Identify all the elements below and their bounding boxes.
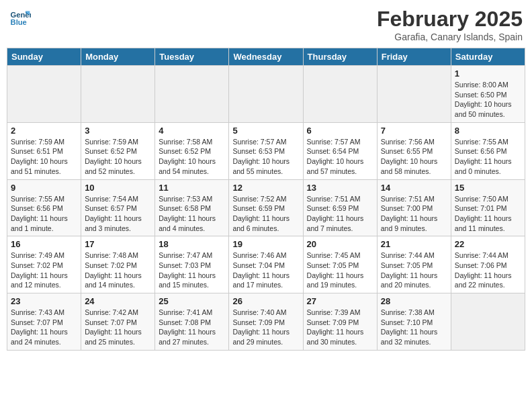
svg-text:Blue: Blue (11, 18, 27, 26)
week-row-4: 16Sunrise: 7:49 AM Sunset: 7:02 PM Dayli… (7, 236, 525, 293)
day-number: 8 (455, 126, 521, 136)
calendar-cell: 10Sunrise: 7:54 AM Sunset: 6:57 PM Dayli… (81, 179, 155, 236)
day-number: 19 (232, 239, 299, 249)
day-info: Sunrise: 7:57 AM Sunset: 6:54 PM Dayligh… (307, 137, 373, 177)
day-info: Sunrise: 7:57 AM Sunset: 6:53 PM Dayligh… (232, 137, 299, 177)
location-subtitle: Garafia, Canary Islands, Spain (377, 32, 523, 42)
calendar-cell: 22Sunrise: 7:44 AM Sunset: 7:06 PM Dayli… (451, 236, 525, 293)
day-number: 20 (307, 239, 373, 249)
calendar-cell: 12Sunrise: 7:52 AM Sunset: 6:59 PM Dayli… (229, 179, 303, 236)
day-number: 2 (11, 126, 77, 136)
calendar-cell: 2Sunrise: 7:59 AM Sunset: 6:51 PM Daylig… (7, 122, 81, 179)
day-number: 3 (85, 126, 151, 136)
day-info: Sunrise: 7:54 AM Sunset: 6:57 PM Dayligh… (85, 194, 151, 234)
day-info: Sunrise: 7:48 AM Sunset: 7:02 PM Dayligh… (85, 250, 151, 290)
day-number: 4 (159, 126, 225, 136)
calendar-cell: 26Sunrise: 7:40 AM Sunset: 7:09 PM Dayli… (229, 293, 303, 351)
calendar-cell: 17Sunrise: 7:48 AM Sunset: 7:02 PM Dayli… (81, 236, 155, 293)
calendar-cell: 11Sunrise: 7:53 AM Sunset: 6:58 PM Dayli… (155, 179, 229, 236)
week-row-1: 1Sunrise: 8:00 AM Sunset: 6:50 PM Daylig… (7, 66, 525, 123)
title-block: February 2025 Garafia, Canary Islands, S… (377, 7, 523, 42)
day-number: 28 (381, 296, 447, 306)
day-info: Sunrise: 7:49 AM Sunset: 7:02 PM Dayligh… (11, 250, 77, 290)
day-info: Sunrise: 7:44 AM Sunset: 7:06 PM Dayligh… (455, 250, 521, 290)
calendar-cell: 21Sunrise: 7:44 AM Sunset: 7:05 PM Dayli… (377, 236, 451, 293)
day-info: Sunrise: 8:00 AM Sunset: 6:50 PM Dayligh… (455, 80, 521, 120)
day-info: Sunrise: 7:59 AM Sunset: 6:51 PM Dayligh… (11, 137, 77, 177)
weekday-header-thursday: Thursday (303, 48, 377, 66)
calendar-cell (81, 66, 155, 123)
weekday-header-tuesday: Tuesday (155, 48, 229, 66)
calendar-cell: 4Sunrise: 7:58 AM Sunset: 6:52 PM Daylig… (155, 122, 229, 179)
day-number: 15 (455, 183, 521, 193)
calendar-cell (155, 66, 229, 123)
day-info: Sunrise: 7:44 AM Sunset: 7:05 PM Dayligh… (381, 250, 447, 290)
weekday-header-monday: Monday (81, 48, 155, 66)
calendar-cell: 3Sunrise: 7:59 AM Sunset: 6:52 PM Daylig… (81, 122, 155, 179)
day-number: 26 (232, 296, 299, 306)
calendar-cell: 8Sunrise: 7:55 AM Sunset: 6:56 PM Daylig… (451, 122, 525, 179)
calendar-cell: 14Sunrise: 7:51 AM Sunset: 7:00 PM Dayli… (377, 179, 451, 236)
day-info: Sunrise: 7:50 AM Sunset: 7:01 PM Dayligh… (455, 194, 521, 234)
day-info: Sunrise: 7:43 AM Sunset: 7:07 PM Dayligh… (11, 308, 77, 347)
week-row-2: 2Sunrise: 7:59 AM Sunset: 6:51 PM Daylig… (7, 122, 525, 179)
calendar-cell: 15Sunrise: 7:50 AM Sunset: 7:01 PM Dayli… (451, 179, 525, 236)
week-row-3: 9Sunrise: 7:55 AM Sunset: 6:56 PM Daylig… (7, 179, 525, 236)
day-number: 14 (381, 183, 447, 193)
day-number: 25 (159, 296, 225, 306)
day-info: Sunrise: 7:42 AM Sunset: 7:07 PM Dayligh… (85, 308, 151, 347)
calendar-cell: 19Sunrise: 7:46 AM Sunset: 7:04 PM Dayli… (229, 236, 303, 293)
page-header: General Blue February 2025 Garafia, Cana… (7, 7, 525, 42)
calendar-cell: 5Sunrise: 7:57 AM Sunset: 6:53 PM Daylig… (229, 122, 303, 179)
day-number: 5 (232, 126, 299, 136)
day-number: 6 (307, 126, 373, 136)
weekday-header-wednesday: Wednesday (229, 48, 303, 66)
day-info: Sunrise: 7:39 AM Sunset: 7:09 PM Dayligh… (307, 308, 373, 347)
calendar-cell (7, 66, 81, 123)
day-number: 12 (232, 183, 299, 193)
calendar-cell: 6Sunrise: 7:57 AM Sunset: 6:54 PM Daylig… (303, 122, 377, 179)
day-info: Sunrise: 7:52 AM Sunset: 6:59 PM Dayligh… (232, 194, 299, 234)
day-info: Sunrise: 7:40 AM Sunset: 7:09 PM Dayligh… (232, 308, 299, 347)
day-info: Sunrise: 7:53 AM Sunset: 6:58 PM Dayligh… (159, 194, 225, 234)
calendar-cell: 13Sunrise: 7:51 AM Sunset: 6:59 PM Dayli… (303, 179, 377, 236)
day-number: 1 (455, 68, 521, 79)
calendar-cell (377, 66, 451, 123)
calendar-cell: 7Sunrise: 7:56 AM Sunset: 6:55 PM Daylig… (377, 122, 451, 179)
calendar-cell: 9Sunrise: 7:55 AM Sunset: 6:56 PM Daylig… (7, 179, 81, 236)
day-number: 17 (85, 239, 151, 249)
day-number: 13 (307, 183, 373, 193)
day-number: 24 (85, 296, 151, 306)
calendar-cell: 28Sunrise: 7:38 AM Sunset: 7:10 PM Dayli… (377, 293, 451, 351)
day-info: Sunrise: 7:46 AM Sunset: 7:04 PM Dayligh… (232, 250, 299, 290)
day-number: 23 (11, 296, 77, 306)
calendar-cell: 25Sunrise: 7:41 AM Sunset: 7:08 PM Dayli… (155, 293, 229, 351)
day-number: 9 (11, 183, 77, 193)
logo-icon: General Blue (9, 7, 31, 28)
calendar-cell: 18Sunrise: 7:47 AM Sunset: 7:03 PM Dayli… (155, 236, 229, 293)
logo: General Blue (9, 7, 34, 28)
day-info: Sunrise: 7:47 AM Sunset: 7:03 PM Dayligh… (159, 250, 225, 290)
calendar-cell (451, 293, 525, 351)
calendar-cell: 20Sunrise: 7:45 AM Sunset: 7:05 PM Dayli… (303, 236, 377, 293)
day-number: 10 (85, 183, 151, 193)
calendar-cell: 27Sunrise: 7:39 AM Sunset: 7:09 PM Dayli… (303, 293, 377, 351)
day-info: Sunrise: 7:41 AM Sunset: 7:08 PM Dayligh… (159, 308, 225, 347)
day-info: Sunrise: 7:59 AM Sunset: 6:52 PM Dayligh… (85, 137, 151, 177)
calendar-cell: 23Sunrise: 7:43 AM Sunset: 7:07 PM Dayli… (7, 293, 81, 351)
weekday-header-sunday: Sunday (7, 48, 81, 66)
calendar-cell (229, 66, 303, 123)
day-number: 11 (159, 183, 225, 193)
month-title: February 2025 (377, 7, 523, 32)
day-number: 16 (11, 239, 77, 249)
calendar-cell (303, 66, 377, 123)
day-number: 18 (159, 239, 225, 249)
calendar-cell: 16Sunrise: 7:49 AM Sunset: 7:02 PM Dayli… (7, 236, 81, 293)
day-number: 27 (307, 296, 373, 306)
day-info: Sunrise: 7:58 AM Sunset: 6:52 PM Dayligh… (159, 137, 225, 177)
calendar-table: SundayMondayTuesdayWednesdayThursdayFrid… (7, 48, 525, 351)
day-info: Sunrise: 7:51 AM Sunset: 7:00 PM Dayligh… (381, 194, 447, 234)
day-number: 7 (381, 126, 447, 136)
day-info: Sunrise: 7:56 AM Sunset: 6:55 PM Dayligh… (381, 137, 447, 177)
day-info: Sunrise: 7:51 AM Sunset: 6:59 PM Dayligh… (307, 194, 373, 234)
